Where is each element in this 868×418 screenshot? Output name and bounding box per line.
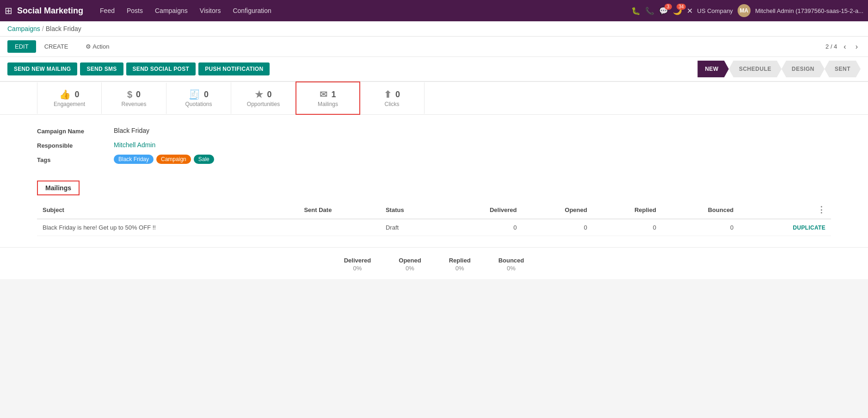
clicks-label: Clicks: [385, 101, 400, 107]
col-delivered: Delivered: [442, 201, 523, 219]
opportunities-label: Opportunities: [247, 101, 280, 107]
stat-quotations[interactable]: 🧾 0 Quotations: [166, 82, 231, 114]
stat-opportunities[interactable]: ★ 0 Opportunities: [231, 82, 296, 114]
breadcrumb: Campaigns / Black Friday: [0, 21, 868, 37]
send-bar: SEND NEW MAILING SEND SMS SEND SOCIAL PO…: [0, 57, 868, 82]
moon-badge: 34: [677, 4, 685, 10]
responsible-value[interactable]: Mitchell Admin: [114, 140, 155, 149]
bug-icon[interactable]: 🐛: [631, 6, 640, 15]
campaign-name-value[interactable]: Black Friday: [114, 126, 149, 134]
action-bar: EDIT CREATE ⚙ Action 2 / 4 ‹ ›: [0, 37, 868, 57]
clicks-icon: ⬆: [384, 89, 392, 100]
tags-container: Black Friday Campaign Sale: [114, 155, 214, 164]
campaign-name-label: Campaign Name: [37, 126, 106, 135]
summary-replied-label: Replied: [449, 257, 471, 264]
summary-replied-value: 0%: [456, 265, 464, 272]
form-section: Campaign Name Black Friday Responsible M…: [0, 115, 868, 181]
engagement-icon: 👍: [59, 89, 71, 100]
create-button[interactable]: CREATE: [40, 40, 73, 53]
summary-bounced: Bounced 0%: [499, 257, 524, 272]
nav-configuration[interactable]: Configuration: [227, 4, 277, 17]
nav-visitors[interactable]: Visitors: [194, 4, 227, 17]
clicks-value: 0: [395, 90, 400, 100]
pipeline-design[interactable]: DESIGN: [782, 61, 825, 77]
stats-bar: 👍 0 Engagement $ 0 Revenues 🧾 0 Quotatio…: [0, 82, 868, 115]
pipeline-new[interactable]: NEW: [697, 61, 729, 77]
summary-replied: Replied 0%: [449, 257, 471, 272]
stat-clicks[interactable]: ⬆ 0 Clicks: [360, 82, 425, 114]
responsible-label: Responsible: [37, 140, 106, 149]
action-button[interactable]: ⚙ Action: [86, 43, 109, 50]
grid-icon[interactable]: ⊞: [5, 5, 12, 16]
col-subject: Subject: [37, 201, 298, 219]
row-subject[interactable]: Black Friday is here! Get up to 50% OFF …: [37, 219, 298, 236]
close-icon[interactable]: ✕: [687, 6, 693, 15]
mailings-section-header[interactable]: Mailings: [37, 181, 80, 195]
mailings-section: Mailings Subject Sent Date Status Delive…: [0, 181, 868, 247]
col-bounced: Bounced: [662, 201, 739, 219]
col-menu-header: ⋮: [739, 201, 831, 219]
tag-black-friday[interactable]: Black Friday: [114, 155, 154, 164]
row-bounced: 0: [662, 219, 739, 236]
form-row-campaign-name: Campaign Name Black Friday: [37, 126, 831, 135]
mailings-icon: ✉: [320, 89, 327, 100]
stat-revenues[interactable]: $ 0 Revenues: [102, 83, 166, 114]
pagination: 2 / 4 ‹ ›: [825, 42, 861, 52]
quotations-value: 0: [204, 90, 209, 100]
user-avatar[interactable]: MA: [738, 4, 751, 17]
pagination-text: 2 / 4: [825, 43, 837, 50]
col-replied: Replied: [593, 201, 662, 219]
col-status: Status: [380, 201, 442, 219]
stat-engagement[interactable]: 👍 0 Engagement: [37, 82, 102, 114]
stat-mailings[interactable]: ✉ 1 Mailings: [295, 81, 360, 115]
summary-opened-label: Opened: [399, 257, 421, 264]
duplicate-button[interactable]: DUPLICATE: [793, 225, 825, 231]
summary-opened-value: 0%: [406, 265, 414, 272]
row-status: Draft: [380, 219, 442, 236]
pipeline-schedule[interactable]: SCHEDULE: [729, 61, 782, 77]
user-name: Mitchell Admin (17397560-saas-15-2-a...: [755, 7, 863, 14]
moon-icon[interactable]: 🌙 34: [673, 6, 682, 15]
quotations-label: Quotations: [185, 101, 212, 107]
summary-row: Delivered 0% Opened 0% Replied 0% Bounce…: [0, 247, 868, 279]
form-row-tags: Tags Black Friday Campaign Sale: [37, 155, 831, 164]
engagement-label: Engagement: [54, 101, 85, 107]
tags-label: Tags: [37, 155, 106, 163]
breadcrumb-separator: /: [42, 25, 44, 32]
breadcrumb-parent[interactable]: Campaigns: [7, 25, 40, 32]
opportunities-icon: ★: [255, 89, 263, 100]
summary-delivered-label: Delivered: [344, 257, 371, 264]
edit-button[interactable]: EDIT: [7, 40, 36, 53]
opportunities-value: 0: [267, 90, 271, 100]
col-opened: Opened: [522, 201, 592, 219]
mailings-label: Mailings: [318, 101, 338, 107]
mailings-table: Subject Sent Date Status Delivered Opene…: [37, 201, 831, 236]
pipeline-sent[interactable]: SENT: [825, 61, 861, 77]
nav-posts[interactable]: Posts: [121, 4, 148, 17]
app-name: Social Marketing: [17, 6, 83, 16]
table-row: Black Friday is here! Get up to 50% OFF …: [37, 219, 831, 236]
next-page-button[interactable]: ›: [853, 42, 861, 52]
quotations-icon: 🧾: [189, 89, 200, 100]
tag-sale[interactable]: Sale: [194, 155, 214, 164]
nav-menu: Feed Posts Campaigns Visitors Configurat…: [94, 4, 629, 17]
phone-icon[interactable]: 📞: [645, 6, 654, 15]
send-social-post-button[interactable]: SEND SOCIAL POST: [126, 62, 196, 75]
prev-page-button[interactable]: ‹: [841, 42, 849, 52]
chat-icon[interactable]: 💬 3: [659, 6, 668, 15]
push-notification-button[interactable]: PUSH NOTIFICATION: [198, 62, 270, 75]
send-mailing-button[interactable]: SEND NEW MAILING: [7, 62, 77, 75]
column-menu-icon[interactable]: ⋮: [817, 205, 825, 214]
summary-bounced-label: Bounced: [499, 257, 524, 264]
nav-campaigns[interactable]: Campaigns: [149, 4, 193, 17]
engagement-value: 0: [74, 90, 79, 100]
form-row-responsible: Responsible Mitchell Admin: [37, 140, 831, 149]
row-action: DUPLICATE: [739, 219, 831, 236]
send-sms-button[interactable]: SEND SMS: [80, 62, 123, 75]
nav-feed[interactable]: Feed: [94, 4, 120, 17]
company-name[interactable]: US Company: [697, 7, 733, 14]
top-navigation: ⊞ Social Marketing Feed Posts Campaigns …: [0, 0, 868, 21]
col-sent-date: Sent Date: [298, 201, 380, 219]
tag-campaign[interactable]: Campaign: [156, 155, 191, 164]
chat-badge: 3: [665, 4, 672, 10]
